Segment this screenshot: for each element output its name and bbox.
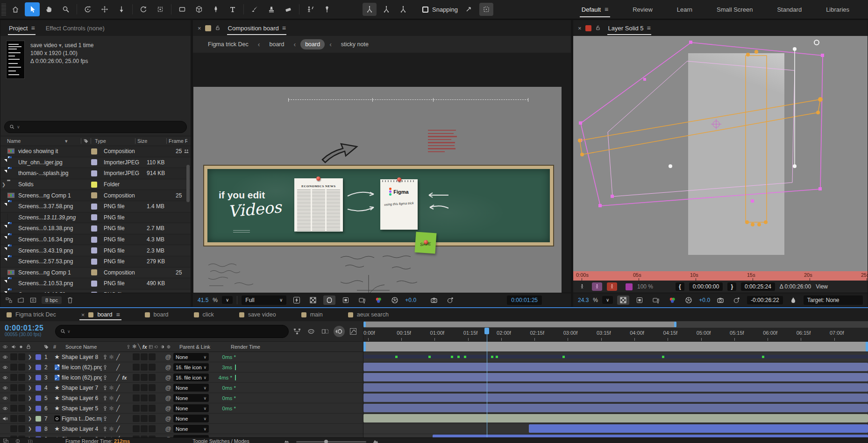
layer-track[interactable] (363, 373, 868, 383)
expand-arrow-icon[interactable]: ❯ (26, 416, 34, 421)
layer-track[interactable] (363, 383, 868, 393)
channels-icon[interactable] (372, 295, 384, 305)
keyframe-marker[interactable] (562, 356, 565, 358)
timeline-tab[interactable]: × board ≡ (75, 308, 126, 321)
label-swatch[interactable] (91, 259, 97, 265)
layer-duration-bar[interactable] (363, 414, 868, 422)
show-snapshot-icon[interactable] (444, 295, 456, 305)
adjustment-slot[interactable] (149, 405, 156, 412)
lock-open-icon[interactable] (595, 25, 601, 31)
layer-duration-bar[interactable] (363, 363, 868, 371)
eye-icon[interactable] (0, 354, 10, 360)
lock-slot[interactable] (18, 425, 25, 432)
render-quality-icon[interactable] (577, 282, 587, 291)
layer-row[interactable]: ❯ 3 file icon (62).png ╱ fx @ 16. file i… (0, 373, 363, 383)
parent-dropdown[interactable]: None∨ (173, 384, 209, 392)
project-row[interactable]: video showing it Composition 25 (0, 146, 191, 157)
column-type[interactable]: Type (93, 138, 133, 144)
layer-timecode[interactable]: -0:00:26:22 (747, 296, 783, 304)
number-column[interactable]: # (53, 344, 65, 350)
composition-viewer[interactable]: if you edit Videos ECONOMICS NEWS (193, 53, 571, 293)
adjustment-slot[interactable] (149, 364, 156, 371)
stroke-switch-icon[interactable]: ╱ (115, 426, 121, 432)
camera-wireframe-icon[interactable] (356, 295, 368, 305)
column-name[interactable]: Name (7, 138, 65, 144)
adjustment-slot[interactable] (149, 394, 156, 401)
audio-icon[interactable] (0, 416, 10, 422)
layer-duration-bar[interactable] (363, 383, 868, 392)
tool-roto-brush[interactable] (303, 2, 318, 16)
item-thumbnail[interactable] (6, 41, 25, 79)
switches-column-icons[interactable]: ✻╲fx (126, 344, 171, 350)
frame-blend-slot[interactable] (133, 394, 140, 401)
composition-mini-flowchart-icon[interactable] (292, 326, 303, 337)
frame-blend-slot[interactable] (133, 405, 140, 412)
panel-menu-icon[interactable]: ≡ (282, 24, 285, 32)
tool-zoom[interactable] (58, 2, 73, 16)
tool-pan-camera[interactable] (97, 2, 112, 16)
layer-label-swatch[interactable] (36, 406, 41, 411)
fx-switch-icon[interactable]: fx (121, 375, 128, 380)
tool-selection[interactable] (25, 2, 40, 16)
layer-label-swatch[interactable] (36, 385, 41, 391)
expand-arrow-icon[interactable]: ❯ (26, 395, 34, 401)
motion-blur-slot[interactable] (141, 415, 148, 422)
show-snapshot-icon[interactable] (731, 295, 743, 305)
axis-mode-view-axis[interactable] (396, 3, 410, 16)
layer-label-swatch[interactable] (585, 25, 591, 31)
zoom-slider-handle[interactable] (324, 440, 328, 443)
comp-zoom-value[interactable]: 41.5 (198, 297, 208, 303)
timeline-tab[interactable]: aeux search (342, 308, 395, 321)
layer-label-swatch[interactable] (36, 395, 41, 401)
interpret-footage-icon[interactable] (5, 296, 13, 304)
quality-switch-icon[interactable]: ✻ (108, 405, 114, 412)
region-of-interest-icon[interactable] (323, 295, 335, 305)
frame-blend-slot[interactable] (133, 415, 140, 422)
anchor-switch-icon[interactable] (102, 416, 108, 422)
project-row[interactable]: Screens...ng Comp 1 Composition 25 (0, 190, 191, 201)
parent-dropdown[interactable]: 16. file icon∨ (173, 363, 209, 371)
parent-pickwhip-icon[interactable]: @ (163, 405, 173, 412)
layer-row[interactable]: ❯ 2 file icon (62).png ╱ @ 16. file icon… (0, 362, 363, 373)
new-folder-icon[interactable] (17, 296, 25, 304)
project-row[interactable]: Screens...ng Comp 1 Composition 25 (0, 267, 191, 279)
column-frame-rate[interactable]: Frame R (169, 138, 187, 144)
lock-slot[interactable] (18, 353, 25, 360)
tool-brush[interactable] (247, 2, 262, 16)
tool-puppet-pin[interactable] (320, 2, 334, 16)
view-menu-label[interactable]: View (816, 283, 828, 290)
comp-timecode[interactable]: 0:00:01:25 (507, 295, 542, 305)
file-name[interactable]: Solids (18, 181, 91, 188)
label-swatch[interactable] (91, 281, 97, 287)
layer-track[interactable] (363, 424, 868, 434)
solo-slot[interactable] (10, 353, 17, 360)
frame-blend-slot[interactable] (133, 353, 140, 360)
anchor-switch-icon[interactable] (102, 395, 108, 401)
stroke-switch-icon[interactable]: ╱ (115, 405, 121, 412)
layer-row[interactable]: ❯ 8 ★ Shape Layer 4 ✻ ╱ @ None∨ (0, 424, 363, 434)
current-time-display[interactable]: 0:00:01:25 00055 (30.00 fps) (2, 325, 52, 338)
parent-dropdown[interactable]: None∨ (173, 394, 209, 402)
lock-open-icon[interactable] (215, 25, 221, 31)
out-bracket-icon[interactable]: } (727, 282, 736, 291)
lock-column-icon[interactable] (24, 344, 33, 350)
layer-exposure-value[interactable]: +0.0 (699, 297, 710, 303)
panel-menu-icon[interactable]: ≡ (647, 24, 650, 32)
file-name[interactable]: Uhr_ohn...iger.jpg (18, 159, 91, 166)
tool-hand[interactable] (42, 2, 57, 16)
adjustment-slot[interactable] (149, 353, 156, 360)
layer-zoom-dropdown[interactable]: ∨ (602, 296, 613, 304)
layer-row[interactable]: ❯ 5 ★ Shape Layer 6 ✻ ╱ @ None∨ 0ms * (0, 393, 363, 403)
adjustment-slot[interactable] (149, 415, 156, 422)
timeline-tab[interactable]: main (295, 308, 329, 321)
breadcrumb-item[interactable]: board (265, 39, 289, 49)
frame-blend-slot[interactable] (133, 374, 140, 381)
comp-label-swatch[interactable] (205, 25, 211, 31)
adjustment-slot[interactable] (149, 384, 156, 391)
solo-slot[interactable] (10, 425, 17, 432)
solo-slot[interactable] (10, 405, 17, 412)
label-swatch[interactable] (91, 247, 97, 253)
close-icon[interactable]: × (578, 25, 582, 32)
solo-slot[interactable] (10, 364, 17, 371)
timeline-tab[interactable]: board (138, 308, 175, 321)
